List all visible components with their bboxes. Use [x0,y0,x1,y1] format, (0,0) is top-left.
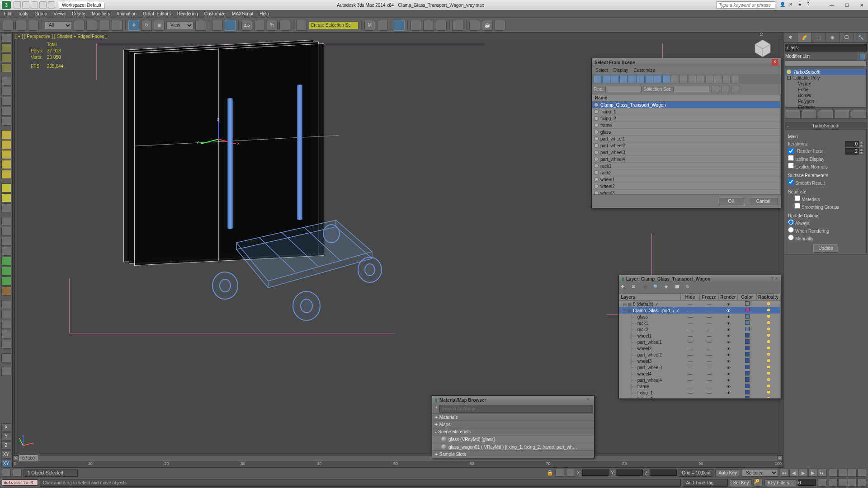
qat-new[interactable] [14,1,21,9]
favorites-icon[interactable]: ★ [798,2,804,8]
render-production-button[interactable]: ☕ [482,20,493,31]
layer-row[interactable]: ├part_wheel1—— [619,339,780,345]
layer-row[interactable]: ├wheel3—— [619,358,780,364]
material-editor-button[interactable] [436,20,447,31]
sfs-filter-16[interactable] [722,75,731,83]
keyfilters-button[interactable]: Key Filters... [764,479,796,486]
lt-btn-8[interactable] [1,107,11,116]
lt-part5[interactable] [1,340,11,349]
sfs-filter-3[interactable] [611,75,619,83]
layer-refresh-icon[interactable]: ↻ [686,284,694,291]
layer-row[interactable]: ├fixing_1—— [619,389,780,396]
remove-modifier-button[interactable] [835,110,850,119]
selection-lock-button[interactable] [566,469,575,477]
edit-named-sel-button[interactable] [296,20,307,31]
modifier-stack-item[interactable]: Edge [785,87,866,93]
close-button[interactable]: ✕ [857,3,866,8]
axis-xy1[interactable]: XY [1,450,11,459]
sfs-filter-10[interactable] [671,75,679,83]
lt-btn-4[interactable] [1,63,11,72]
tab-modify[interactable]: 🌈 [797,33,811,42]
modifier-stack-item[interactable]: Element [785,104,866,110]
sfs-filter-15[interactable] [714,75,722,83]
modifier-stack-item[interactable]: Border [785,93,866,99]
sfs-filter-9[interactable] [662,75,670,83]
lt-btn-9[interactable] [1,117,11,126]
tab-utilities[interactable]: 🔧 [854,33,868,42]
lt-btn-5[interactable] [1,77,11,86]
tab-motion[interactable]: ◉ [826,33,840,42]
pan-button[interactable] [829,479,838,487]
upd-render-radio[interactable] [788,227,794,233]
lt-extra1[interactable] [1,353,11,362]
named-selection-set[interactable] [309,21,359,29]
layer-row[interactable]: ├wheel2—— [619,345,780,352]
modifier-stack-item[interactable]: Vertex [785,81,866,87]
layer-row[interactable]: ├part_wheel3—— [619,364,780,371]
spinner-snap-toggle[interactable] [279,20,290,31]
autokey-button[interactable]: Auto Key [715,469,740,476]
sfs-list-item[interactable]: frame [592,122,780,129]
sep-smoothing-checkbox[interactable] [794,203,800,209]
sfs-filter-5[interactable] [628,75,636,83]
sfs-list-item[interactable]: fixing_1 [592,108,780,115]
iterations-spinner[interactable]: ▲▼ [845,141,863,147]
update-button[interactable]: Update [813,244,838,253]
help-icon[interactable]: ? [807,2,813,8]
material-section-header[interactable]: +Materials [432,413,594,421]
sfs-filter-13[interactable] [697,75,705,83]
next-frame-button[interactable]: ▶ [808,469,817,477]
sfs-filter-14[interactable] [705,75,713,83]
lt-extra2[interactable] [1,367,11,376]
object-name-field[interactable]: glass [785,44,867,52]
workspace-selector[interactable]: Workspace: Default [59,2,104,9]
macro-recorder-button[interactable] [13,469,22,477]
sfs-close-button[interactable]: × [772,59,778,66]
sfs-list-item[interactable]: glass [592,129,780,136]
qat-undo[interactable] [39,1,47,9]
lt-part2[interactable] [1,310,11,319]
configure-sets-button[interactable] [851,110,867,119]
material-browser-close[interactable]: × [585,397,591,403]
keyboard-shortcut-toggle[interactable] [225,20,236,31]
layer-row[interactable]: ├frame—— [619,383,780,389]
time-slider[interactable]: < 0 / 100 > [13,455,783,461]
layer-row[interactable]: ├fixing_2—— [619,396,780,399]
link-button[interactable] [28,20,39,31]
sfs-list-item[interactable]: wheel3 [592,190,780,195]
layer-row[interactable]: ├glass—— [619,314,780,320]
time-tag[interactable]: Add Time Tag [683,479,728,487]
lock-icon[interactable]: 🔒 [547,469,553,476]
mirror-button[interactable]: M [364,20,375,31]
sfs-selset-btn2[interactable] [721,85,729,93]
mat-search-expand[interactable]: ▾ [433,405,439,413]
layer-manager-button[interactable] [394,20,405,31]
curve-editor-button[interactable] [410,20,421,31]
layer-delete-icon[interactable]: ✖ [632,284,640,291]
select-region-button[interactable] [99,20,110,31]
sfs-list-item[interactable]: rack1 [592,163,780,169]
maximize-button[interactable]: ☐ [842,3,852,8]
maximize-viewport-button[interactable] [848,479,857,487]
layer-row[interactable]: ├part_wheel4—— [619,377,780,383]
layer-add-icon[interactable]: ➕ [642,284,651,291]
upd-always-radio[interactable] [788,219,794,225]
lt-btn-7[interactable] [1,97,11,106]
layer-row[interactable]: ├part_wheel2—— [619,352,780,358]
lt-btn-6[interactable] [1,87,11,96]
angle-snap-toggle[interactable] [254,20,265,31]
layer-select-icon[interactable]: 🔍 [653,284,661,291]
layer-row[interactable]: ├rack1—— [619,320,780,326]
modifier-stack-item[interactable]: Editable Poly [785,75,866,81]
show-end-result-button[interactable] [802,110,817,119]
modifier-stack-item[interactable]: Polygon [785,99,866,104]
sfs-list-item[interactable]: part_wheel1 [592,136,780,142]
sep-materials-checkbox[interactable] [794,195,800,201]
layer-new-icon[interactable]: ✚ [621,284,629,291]
app-logo[interactable]: 3 [2,1,11,9]
isoline-checkbox[interactable] [788,155,794,161]
tab-hierarchy[interactable]: ⬚ [811,33,826,42]
sfs-filter-6[interactable] [637,75,645,83]
time-next[interactable]: > [777,455,783,461]
material-section-header[interactable]: -Scene Materials [432,428,594,435]
